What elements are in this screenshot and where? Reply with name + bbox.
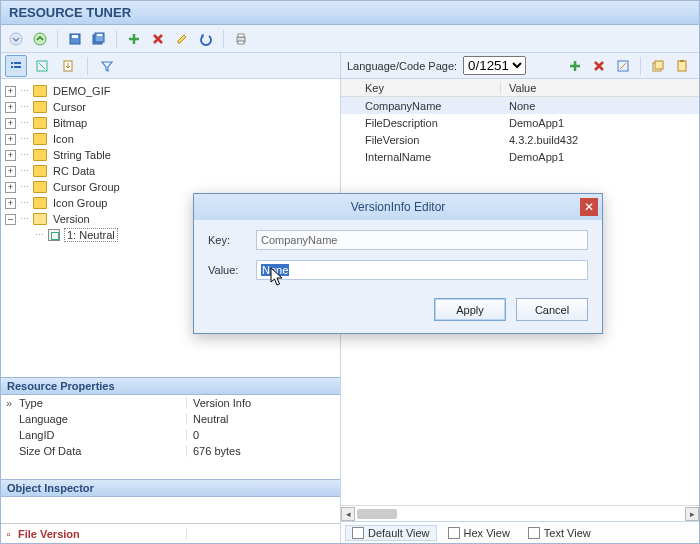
tree-export-button[interactable] [57, 55, 79, 77]
file-version-row[interactable]: ▫ File Version [1, 523, 340, 543]
expand-icon[interactable]: + [5, 182, 16, 193]
resource-properties-header: Resource Properties [1, 377, 340, 395]
table-header: Key Value [341, 79, 699, 97]
tree-list-view-button[interactable] [5, 55, 27, 77]
lang-codepage-label: Language/Code Page: [347, 60, 457, 72]
folder-icon [33, 149, 47, 161]
folder-icon [33, 101, 47, 113]
lang-codepage-select[interactable]: 0/1251 [463, 56, 526, 75]
main-toolbar [1, 25, 699, 53]
svg-rect-19 [678, 61, 686, 71]
tree-item-bitmap[interactable]: +⋯Bitmap [3, 115, 338, 131]
copy-button[interactable] [647, 55, 669, 77]
table-row[interactable]: CompanyNameNone [341, 97, 699, 114]
expand-icon[interactable]: + [5, 150, 16, 161]
value-label: Value: [208, 264, 248, 276]
scroll-thumb[interactable] [357, 509, 397, 519]
folder-icon [33, 133, 47, 145]
expand-icon[interactable]: + [5, 86, 16, 97]
resource-properties-grid: »TypeVersion Info LanguageNeutral LangID… [1, 395, 340, 479]
table-row[interactable]: InternalNameDemoApp1 [341, 148, 699, 165]
save-button[interactable] [64, 28, 86, 50]
print-button[interactable] [230, 28, 252, 50]
cancel-button[interactable]: Cancel [516, 298, 588, 321]
horizontal-scrollbar[interactable]: ◂ ▸ [341, 505, 699, 521]
close-button[interactable]: ✕ [580, 198, 598, 216]
undo-button[interactable] [195, 28, 217, 50]
file-version-label: File Version [16, 528, 187, 540]
svg-rect-20 [680, 60, 684, 62]
hex-view-icon [448, 527, 460, 539]
resource-icon [48, 229, 60, 241]
save-all-button[interactable] [88, 28, 110, 50]
svg-rect-10 [11, 62, 13, 64]
view-tabs: Default View Hex View Text View [341, 521, 699, 543]
key-input[interactable]: CompanyName [256, 230, 588, 250]
folder-icon [33, 197, 47, 209]
col-header-key[interactable]: Key [341, 82, 501, 94]
svg-rect-9 [238, 41, 244, 44]
prop-marker: » [1, 397, 17, 409]
nav-up-button[interactable] [29, 28, 51, 50]
svg-point-1 [34, 33, 46, 45]
expand-icon[interactable]: + [5, 118, 16, 129]
edit-resource-button[interactable] [171, 28, 193, 50]
app-title: RESOURCE TUNER [9, 5, 131, 20]
tree-item-string-table[interactable]: +⋯String Table [3, 147, 338, 163]
expand-icon[interactable]: + [5, 166, 16, 177]
add-entry-button[interactable] [564, 55, 586, 77]
prop-value: Neutral [187, 413, 340, 425]
col-header-value[interactable]: Value [501, 82, 699, 94]
edit-entry-button[interactable] [612, 55, 634, 77]
tree-item-demo-gif[interactable]: +⋯DEMO_GIF [3, 83, 338, 99]
svg-rect-12 [11, 66, 13, 68]
apply-button[interactable]: Apply [434, 298, 506, 321]
svg-rect-8 [238, 34, 244, 37]
tab-hex-view[interactable]: Hex View [441, 525, 517, 541]
folder-icon [33, 85, 47, 97]
filter-button[interactable] [96, 55, 118, 77]
expand-icon[interactable]: + [5, 102, 16, 113]
prop-value: 0 [187, 429, 340, 441]
versioninfo-editor-dialog: VersionInfo Editor ✕ Key: CompanyName Va… [193, 193, 603, 334]
folder-icon [33, 117, 47, 129]
svg-rect-18 [655, 61, 663, 69]
nav-down-button[interactable] [5, 28, 27, 50]
folder-icon [33, 181, 47, 193]
text-view-icon [528, 527, 540, 539]
tab-text-view[interactable]: Text View [521, 525, 598, 541]
right-toolbar: Language/Code Page: 0/1251 [341, 53, 699, 79]
prop-value: Version Info [187, 397, 340, 409]
key-label: Key: [208, 234, 248, 246]
table-row[interactable]: FileVersion4.3.2.build432 [341, 131, 699, 148]
tab-default-view[interactable]: Default View [345, 525, 437, 541]
expand-icon[interactable]: + [5, 134, 16, 145]
scroll-right-button[interactable]: ▸ [685, 507, 699, 521]
tree-item-cursor[interactable]: +⋯Cursor [3, 99, 338, 115]
tree-refresh-button[interactable] [31, 55, 53, 77]
svg-rect-13 [14, 66, 21, 68]
svg-rect-3 [72, 35, 78, 38]
tree-item-rc-data[interactable]: +⋯RC Data [3, 163, 338, 179]
close-icon: ✕ [584, 201, 594, 213]
paste-button[interactable] [671, 55, 693, 77]
prop-value: 676 bytes [187, 445, 340, 457]
dialog-titlebar[interactable]: VersionInfo Editor ✕ [194, 194, 602, 220]
table-row[interactable]: FileDescriptionDemoApp1 [341, 114, 699, 131]
folder-icon [33, 165, 47, 177]
app-title-bar: RESOURCE TUNER [1, 1, 699, 25]
delete-resource-button[interactable] [147, 28, 169, 50]
collapse-icon[interactable]: – [5, 214, 16, 225]
delete-entry-button[interactable] [588, 55, 610, 77]
expand-icon[interactable]: + [5, 198, 16, 209]
prop-key: Language [17, 413, 187, 425]
folder-open-icon [33, 213, 47, 225]
tree-toolbar [1, 53, 340, 79]
scroll-left-button[interactable]: ◂ [341, 507, 355, 521]
value-input[interactable]: None [256, 260, 588, 280]
svg-rect-11 [14, 62, 21, 64]
collapse-marker-icon[interactable]: ▫ [1, 528, 16, 540]
add-resource-button[interactable] [123, 28, 145, 50]
tree-item-icon[interactable]: +⋯Icon [3, 131, 338, 147]
object-inspector-header: Object Inspector [1, 479, 340, 497]
